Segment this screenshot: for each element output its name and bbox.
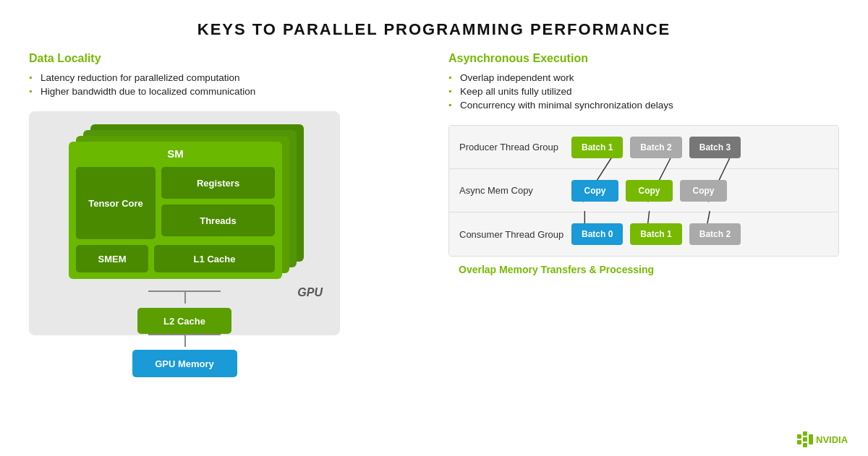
smem-box: SMEM (76, 245, 148, 272)
async-copy-label: Async Mem Copy (459, 185, 571, 196)
copy-2: Copy (626, 180, 673, 202)
registers-box: Registers (161, 167, 275, 199)
producer-batch-1: Batch 1 (571, 137, 623, 158)
data-locality-bullets: Latency reduction for parallelized compu… (29, 71, 420, 98)
left-panel: Data Locality Latency reduction for para… (29, 52, 420, 335)
svg-rect-6 (797, 434, 801, 439)
consumer-batch-0: Batch 0 (571, 223, 623, 245)
threads-box: Threads (161, 205, 275, 236)
page-title: KEYS TO PARALLEL PROGRAMMING PERFORMANCE (0, 0, 868, 52)
l2-row: L2 Cache (42, 308, 327, 334)
producer-thread-group-row: Producer Thread Group Batch 1 Batch 2 Ba… (449, 126, 838, 169)
tensor-core-box: Tensor Core (76, 167, 156, 239)
async-execution-title: Asynchronous Execution (448, 52, 839, 65)
connector-lines (42, 291, 327, 304)
producer-batch-2: Batch 2 (630, 137, 681, 158)
overlap-label: Overlap Memory Transfers & Processing (448, 264, 839, 275)
copy-1: Copy (571, 180, 618, 202)
svg-rect-8 (803, 431, 807, 436)
sm-inner: Tensor Core Registers Threads (69, 167, 282, 239)
copy-items: Copy Copy Copy (571, 180, 727, 202)
sm-bottom-row: SMEM L1 Cache (69, 245, 282, 272)
gpu-memory-row: GPU Memory (42, 350, 327, 377)
gpu-memory-box: GPU Memory (132, 350, 237, 377)
async-bullet-3: Concurrency with minimal synchronization… (448, 98, 839, 112)
svg-rect-10 (803, 443, 807, 447)
nvidia-logo: NVIDIA (797, 431, 855, 447)
svg-rect-7 (797, 440, 801, 444)
producer-batch-3: Batch 3 (689, 137, 741, 158)
l2-cache-box: L2 Cache (137, 308, 231, 334)
data-locality-title: Data Locality (29, 52, 420, 65)
consumer-batch-1: Batch 1 (630, 223, 681, 245)
bullet-2: Higher bandwidth due to localized commun… (29, 85, 420, 98)
bullet-1: Latency reduction for parallelized compu… (29, 71, 420, 85)
svg-rect-11 (809, 434, 813, 444)
consumer-thread-group-row: Consumer Thread Group Batch 0 Batch 1 Ba… (449, 212, 838, 256)
async-bullet-1: Overlap independent work (448, 71, 839, 85)
gpu-diagram: SM Tensor Core Registers Threads SMEM L1… (29, 111, 340, 335)
svg-text:NVIDIA: NVIDIA (816, 434, 848, 445)
copy-3: Copy (680, 180, 727, 202)
consumer-label: Consumer Thread Group (459, 229, 571, 240)
producer-label: Producer Thread Group (459, 142, 571, 152)
svg-rect-9 (803, 437, 807, 442)
async-bullet-2: Keep all units fully utilized (448, 85, 839, 98)
async-execution-bullets: Overlap independent work Keep all units … (448, 71, 839, 112)
sm-label: SM (69, 142, 282, 160)
right-panel: Asynchronous Execution Overlap independe… (448, 52, 839, 335)
nvidia-logo-svg: NVIDIA (797, 431, 855, 447)
sm-stack: SM Tensor Core Registers Threads SMEM L1… (69, 124, 300, 283)
consumer-items: Batch 0 Batch 1 Batch 2 (571, 223, 741, 245)
producer-items: Batch 1 Batch 2 Batch 3 (571, 137, 741, 158)
l1-cache-box: L1 Cache (154, 245, 275, 272)
gpu-label: GPU (297, 286, 323, 299)
async-diagram: Producer Thread Group Batch 1 Batch 2 Ba… (448, 125, 839, 257)
async-mem-copy-row: Async Mem Copy Copy Copy Copy (449, 169, 838, 212)
consumer-batch-2: Batch 2 (689, 223, 741, 245)
connector-lines-2 (42, 334, 327, 347)
sm-right: Registers Threads (161, 167, 275, 239)
sm-card-front: SM Tensor Core Registers Threads SMEM L1… (69, 142, 282, 279)
